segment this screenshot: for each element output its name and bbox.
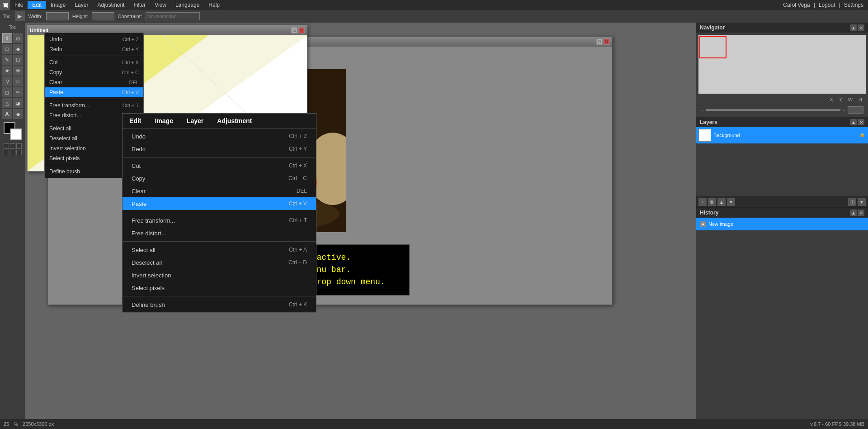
dd1-paste[interactable]: Paste Ctrl + V — [45, 87, 143, 97]
pumpkin-minimize-btn[interactable]: □ — [596, 38, 603, 45]
dd2-sep3 — [123, 241, 316, 242]
background-color[interactable] — [10, 129, 22, 140]
dd2-deselect-all[interactable]: Deselect all Ctrl + D — [123, 256, 316, 269]
dd2-select-all-shortcut: Ctrl + A — [289, 247, 307, 253]
dd1-undo[interactable]: Undo Ctrl + Z — [45, 34, 143, 44]
navigator-panel: Navigator ▲ ✕ X: Y: W: H: − + — [696, 23, 868, 117]
menu-view[interactable]: View — [150, 1, 171, 9]
untitled-close-btn[interactable]: ✕ — [298, 27, 305, 33]
tool-gradient[interactable]: ◆ — [13, 109, 23, 119]
dd2-redo[interactable]: Redo Ctrl + Y — [123, 143, 316, 155]
dd2-invert-selection[interactable]: Invert selection — [123, 269, 316, 281]
layers-close-btn[interactable]: ✕ — [858, 119, 864, 125]
color-chip-6[interactable] — [16, 150, 22, 155]
dd2-free-distort-label: Free distort... — [132, 230, 166, 237]
dd2-free-transform[interactable]: Free transform... Ctrl + T — [123, 214, 316, 227]
logout-link[interactable]: Logout — [819, 2, 835, 8]
layer-down-btn[interactable]: ▼ — [727, 198, 735, 206]
dd2-select-pixels[interactable]: Select pixels — [123, 281, 316, 294]
color-chip-2[interactable] — [10, 143, 15, 149]
user-area: Carol Vega | Logout | Settings — [783, 2, 868, 8]
dd1-clear-label: Clear — [49, 79, 62, 86]
tool-lasso[interactable]: ◎ — [13, 33, 23, 43]
dd2-paste-label: Paste — [132, 200, 146, 207]
dd2-image-tab[interactable]: Image — [155, 117, 173, 124]
dd2-clear-shortcut: DEL — [297, 188, 307, 194]
tool-shape[interactable]: ◻ — [2, 87, 12, 97]
tool-text[interactable]: A — [2, 109, 12, 119]
zoom-in-icon[interactable]: + — [843, 107, 845, 113]
tool-select-icon[interactable]: ▶ — [15, 11, 25, 21]
dd2-free-distort[interactable]: Free distort... — [123, 227, 316, 239]
color-chip-3[interactable] — [16, 143, 22, 149]
dd2-copy[interactable]: Copy Ctrl + C — [123, 172, 316, 185]
tool-burn[interactable]: △ — [2, 98, 12, 108]
color-chip-5[interactable] — [10, 150, 15, 155]
dd1-cut[interactable]: Cut Ctrl + X — [45, 57, 143, 67]
menu-file[interactable]: File — [10, 1, 28, 9]
dd2-define-brush[interactable]: Define brush Ctrl + K — [123, 298, 316, 311]
constraint-input[interactable] — [146, 12, 200, 20]
dd1-deselect-all-label: Deselect all — [49, 135, 77, 142]
dd2-undo[interactable]: Undo Ctrl + Z — [123, 130, 316, 143]
menu-adjustment[interactable]: Adjustment — [93, 1, 129, 9]
tool-pen[interactable]: ✏ — [13, 87, 23, 97]
tool-move[interactable]: ⇧ — [2, 33, 12, 43]
dd2-layer-tab[interactable]: Layer — [187, 117, 203, 124]
navigator-zoom-slider[interactable] — [706, 109, 840, 111]
add-layer-btn[interactable]: + — [698, 198, 707, 206]
history-item-new-image[interactable]: ■ New image — [696, 218, 868, 230]
dd1-copy[interactable]: Copy Ctrl + C — [45, 67, 143, 77]
history-header: History ▲ ✕ — [696, 208, 868, 218]
tool-smudge[interactable]: ☢ — [13, 66, 23, 76]
tool-eraser[interactable]: ☐ — [13, 55, 23, 65]
settings-link[interactable]: Settings — [844, 2, 863, 8]
menu-language[interactable]: Language — [171, 1, 204, 9]
dd2-adjustment-tab[interactable]: Adjustment — [217, 117, 252, 124]
pumpkin-close-btn[interactable]: ✕ — [604, 38, 610, 45]
dd1-clear[interactable]: Clear DEL — [45, 77, 143, 87]
color-chip-1[interactable] — [4, 143, 9, 149]
dd2-paste[interactable]: Paste Ctrl + V — [123, 197, 316, 210]
navigator-x-label: X: — [830, 97, 835, 102]
menu-layer[interactable]: Layer — [70, 1, 93, 9]
history-collapse-btn[interactable]: ▲ — [850, 210, 857, 216]
dd2-cut[interactable]: Cut Ctrl + X — [123, 159, 316, 172]
dd2-cut-shortcut: Ctrl + X — [289, 162, 307, 169]
tool-brush[interactable]: ✎ — [2, 55, 12, 65]
zoom-out-icon[interactable]: − — [701, 107, 703, 113]
dd1-undo-shortcut: Ctrl + Z — [123, 37, 139, 42]
tool-eyedropper[interactable]: ◆ — [13, 44, 23, 54]
dd1-free-transform[interactable]: Free transform... Ctrl + T — [45, 100, 143, 110]
layer-duplicate-btn[interactable]: ◫ — [848, 198, 856, 206]
delete-layer-btn[interactable]: 🗑 — [708, 198, 716, 206]
menu-filter[interactable]: Filter — [129, 1, 150, 9]
untitled-minimize-btn[interactable]: □ — [291, 27, 297, 33]
tool-stamp[interactable]: ★ — [2, 66, 12, 76]
zoom-percent: 25 — [4, 421, 9, 427]
layer-item-background[interactable]: Background 🔒 — [696, 127, 868, 143]
tool-crop[interactable]: □ — [2, 44, 12, 54]
color-chip-4[interactable] — [4, 150, 9, 155]
tool-pan[interactable]: ☞ — [13, 76, 23, 86]
menu-help[interactable]: Help — [204, 1, 224, 9]
layers-collapse-btn[interactable]: ▲ — [850, 119, 857, 125]
dd2-edit-tab[interactable]: Edit — [129, 117, 141, 124]
menu-edit[interactable]: Edit — [28, 1, 46, 9]
dd2-invert-selection-label: Invert selection — [132, 272, 171, 279]
zoom-value-input[interactable]: 25 — [848, 106, 863, 114]
dd1-redo[interactable]: Redo Ctrl + Y — [45, 44, 143, 54]
tool-zoom[interactable]: ⚲ — [2, 76, 12, 86]
dd2-clear[interactable]: Clear DEL — [123, 185, 316, 197]
layer-up-btn[interactable]: ▲ — [717, 198, 726, 206]
history-close-btn[interactable]: ✕ — [858, 210, 864, 216]
navigator-collapse-btn[interactable]: ▲ — [850, 24, 857, 31]
dd2-select-all[interactable]: Select all Ctrl + A — [123, 243, 316, 256]
tool-blur[interactable]: ◕ — [13, 98, 23, 108]
navigator-close-btn[interactable]: ✕ — [858, 24, 864, 31]
layer-merge-btn[interactable]: ▼ — [858, 198, 866, 206]
version-info: v.6.7 - 60 FPS 39.38 MB — [810, 421, 864, 427]
height-input[interactable] — [92, 12, 114, 20]
menu-image[interactable]: Image — [46, 1, 70, 9]
width-input[interactable] — [46, 12, 69, 20]
